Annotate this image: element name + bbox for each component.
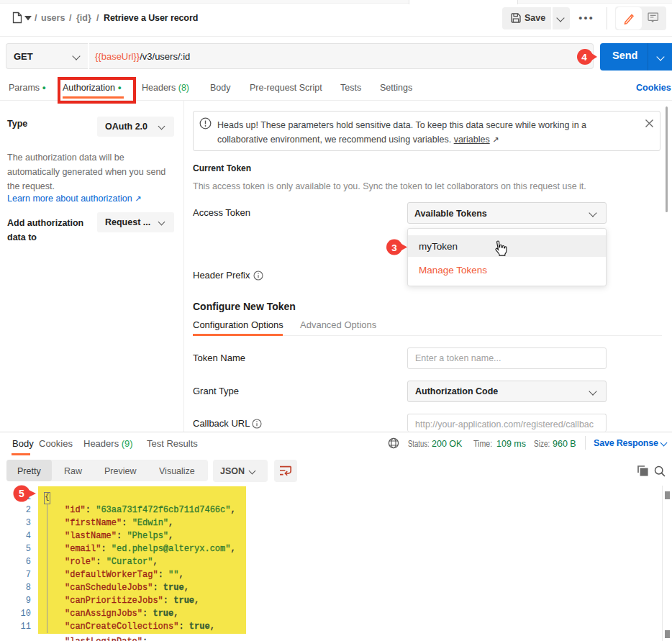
svg-text:4: 4 [581, 52, 587, 63]
svg-text:3: 3 [391, 242, 397, 253]
svg-text:5: 5 [19, 488, 24, 499]
